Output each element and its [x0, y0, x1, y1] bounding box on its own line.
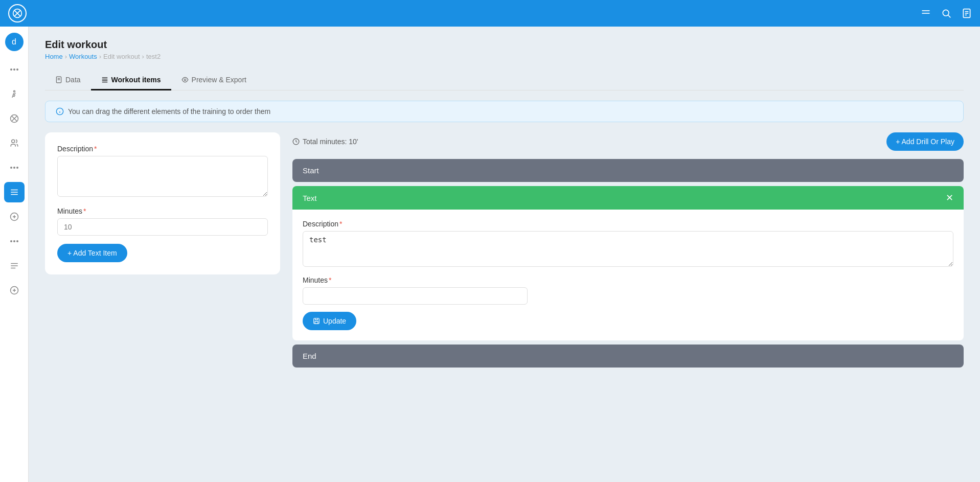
breadcrumb-edit: Edit workout: [103, 53, 140, 60]
svg-point-26: [16, 240, 18, 242]
inner-description-textarea[interactable]: test: [303, 231, 953, 267]
update-button[interactable]: Update: [303, 312, 356, 330]
svg-point-9: [10, 68, 12, 71]
sidebar-item-people[interactable]: [4, 133, 25, 153]
breadcrumb: Home › Workouts › Edit workout › test2: [45, 53, 964, 60]
sidebar-item-list-lines[interactable]: [4, 256, 25, 276]
main-columns: Description * Minutes * + Add Text Item: [45, 132, 964, 372]
svg-point-17: [16, 167, 18, 169]
info-banner: You can drag the different elements of t…: [45, 101, 964, 122]
tab-preview-export[interactable]: Preview & Export: [171, 71, 257, 90]
page-title: Edit workout: [45, 39, 964, 51]
minutes-group: Minutes *: [57, 207, 268, 236]
topbar: [0, 0, 980, 27]
sidebar-item-sports[interactable]: [4, 108, 25, 129]
inner-minutes-label: Minutes *: [303, 276, 953, 284]
add-text-form-card: Description * Minutes * + Add Text Item: [45, 132, 280, 274]
app-logo[interactable]: [8, 4, 27, 22]
description-label: Description *: [57, 145, 268, 153]
save-icon: [313, 317, 320, 325]
add-text-item-button[interactable]: + Add Text Item: [57, 244, 127, 262]
svg-point-16: [13, 167, 15, 169]
svg-point-24: [10, 240, 12, 242]
inner-description-label: Description *: [303, 220, 953, 228]
description-textarea[interactable]: [57, 156, 268, 197]
sidebar-item-plus-2[interactable]: [4, 280, 25, 301]
inner-minutes-group: Minutes * 10: [303, 276, 953, 305]
inner-minutes-required: *: [329, 276, 331, 284]
minutes-label: Minutes *: [57, 207, 268, 215]
inner-description-required: *: [339, 220, 342, 228]
inner-description-group: Description * test: [303, 220, 953, 269]
breadcrumb-workouts[interactable]: Workouts: [69, 53, 97, 60]
workout-item-text: Text ✕ Description * test: [292, 186, 964, 340]
minutes-required: *: [83, 207, 86, 215]
sidebar-item-dots-1[interactable]: [4, 59, 25, 80]
svg-point-25: [13, 240, 15, 242]
close-text-item-button[interactable]: ✕: [946, 193, 953, 202]
total-minutes: Total minutes: 10': [292, 137, 358, 146]
clock-icon: [292, 138, 300, 145]
workout-panel: Total minutes: 10' + Add Drill Or Play S…: [292, 132, 964, 372]
tab-data[interactable]: Data: [45, 71, 91, 90]
content-area: Edit workout Home › Workouts › Edit work…: [29, 27, 980, 482]
sidebar-item-dots-2[interactable]: [4, 157, 25, 178]
add-drill-button[interactable]: + Add Drill Or Play: [886, 132, 964, 151]
svg-point-10: [13, 68, 15, 71]
svg-line-4: [948, 15, 951, 18]
document-icon[interactable]: [962, 8, 972, 18]
svg-point-11: [16, 68, 18, 71]
hamburger-icon[interactable]: [921, 8, 931, 18]
description-required: *: [94, 145, 97, 153]
sidebar-item-list[interactable]: [4, 182, 25, 202]
workout-item-start: Start: [292, 159, 964, 182]
sidebar-item-dots-3[interactable]: [4, 231, 25, 251]
workout-item-text-header: Text ✕: [292, 186, 964, 210]
search-icon[interactable]: [941, 8, 951, 18]
tab-workout-items[interactable]: Workout items: [91, 71, 171, 90]
breadcrumb-home[interactable]: Home: [45, 53, 63, 60]
sidebar-item-plus-1[interactable]: [4, 206, 25, 227]
sidebar-item-running[interactable]: [4, 84, 25, 104]
workout-item-text-body: Description * test Minutes * 10: [292, 210, 964, 340]
svg-point-3: [943, 10, 949, 16]
description-group: Description *: [57, 145, 268, 199]
svg-point-12: [13, 90, 15, 92]
inner-minutes-input[interactable]: 10: [303, 287, 528, 305]
tab-bar: Data Workout items Preview & Export: [45, 71, 964, 90]
workout-panel-header: Total minutes: 10' + Add Drill Or Play: [292, 132, 964, 151]
minutes-input[interactable]: [57, 218, 268, 236]
info-icon: [56, 107, 64, 116]
svg-point-14: [11, 140, 14, 143]
breadcrumb-test2: test2: [146, 53, 161, 60]
avatar[interactable]: d: [5, 33, 24, 51]
svg-rect-46: [315, 322, 318, 324]
svg-point-15: [10, 167, 12, 169]
svg-point-40: [184, 79, 186, 81]
workout-item-end: End: [292, 345, 964, 368]
sidebar: d: [0, 27, 29, 482]
